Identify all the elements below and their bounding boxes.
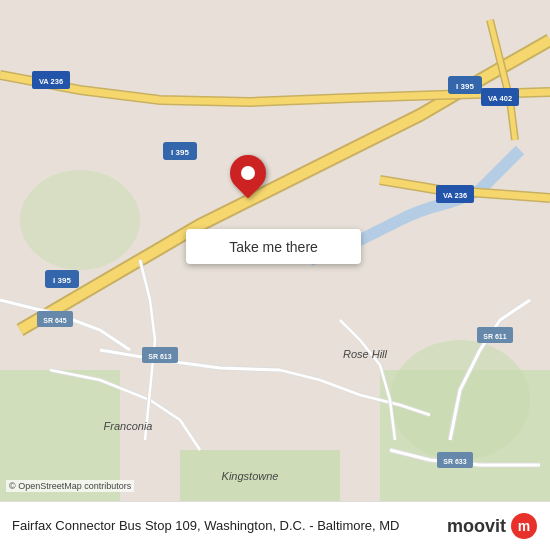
svg-text:I 395: I 395 xyxy=(53,276,71,285)
map-container: I 395 I 395 I 395 VA 236 VA 236 VA 402 S… xyxy=(0,0,550,550)
svg-text:m: m xyxy=(518,518,530,534)
svg-text:VA 402: VA 402 xyxy=(488,94,512,103)
svg-text:I 395: I 395 xyxy=(171,148,189,157)
svg-text:VA 236: VA 236 xyxy=(39,77,63,86)
location-pin xyxy=(230,155,266,191)
svg-point-3 xyxy=(20,170,140,270)
map-svg-layer: I 395 I 395 I 395 VA 236 VA 236 VA 402 S… xyxy=(0,0,550,550)
moovit-logo: moovit m xyxy=(447,512,538,540)
location-name-text: Fairfax Connector Bus Stop 109, Washingt… xyxy=(12,518,447,535)
map-attribution: © OpenStreetMap contributors xyxy=(6,480,134,492)
svg-text:Franconia: Franconia xyxy=(104,420,153,432)
svg-text:VA 236: VA 236 xyxy=(443,191,467,200)
moovit-brand-name: moovit xyxy=(447,516,506,537)
svg-text:Kingstowne: Kingstowne xyxy=(222,470,279,482)
svg-text:SR 633: SR 633 xyxy=(443,458,466,465)
svg-text:Rose Hill: Rose Hill xyxy=(343,348,388,360)
svg-text:SR 613: SR 613 xyxy=(148,353,171,360)
svg-text:I 395: I 395 xyxy=(456,82,474,91)
info-bar: Fairfax Connector Bus Stop 109, Washingt… xyxy=(0,501,550,550)
svg-text:SR 611: SR 611 xyxy=(483,333,506,340)
take-me-there-button[interactable]: Take me there xyxy=(186,229,361,264)
svg-text:SR 645: SR 645 xyxy=(43,317,66,324)
moovit-icon: m xyxy=(510,512,538,540)
